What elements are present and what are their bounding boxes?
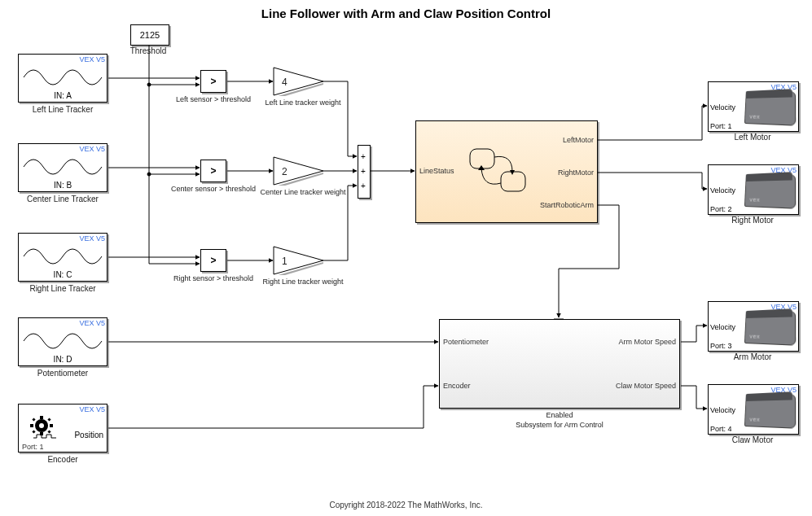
sensor-right-line-tracker[interactable]: VEX V5 IN: C xyxy=(18,233,108,282)
sensor-port-label: IN: A xyxy=(19,91,107,100)
motor-port-label: Port: 2 xyxy=(710,205,732,213)
svg-rect-9 xyxy=(47,418,50,421)
motor-velocity-label: Velocity xyxy=(710,323,735,331)
sensor-port-label: IN: D xyxy=(19,355,107,364)
motor-icon xyxy=(744,174,796,209)
sum-sign: + xyxy=(361,152,366,161)
subsys-out-arm: Arm Motor Speed xyxy=(618,338,676,346)
arm-subsys-label1: Enabled xyxy=(439,411,680,419)
svg-rect-10 xyxy=(32,430,35,433)
compare-left-label: Left sensor > threshold xyxy=(163,95,264,103)
svg-rect-7 xyxy=(50,424,53,427)
copyright-text: Copyright 2018-2022 The MathWorks, Inc. xyxy=(0,501,812,509)
compare-right[interactable]: > xyxy=(200,249,226,272)
svg-text:+: + xyxy=(39,422,43,430)
compare-op: > xyxy=(201,71,226,92)
vex-tag: VEX V5 xyxy=(79,55,105,63)
motor-icon xyxy=(744,91,796,126)
sensor-center-label: Center Line Tracker xyxy=(18,195,108,203)
constant-threshold-value: 2125 xyxy=(140,30,160,40)
compare-op: > xyxy=(201,160,226,181)
gain-center-label: Center Line tracker weight xyxy=(249,188,357,196)
sf-out-rightmotor: RightMotor xyxy=(558,168,594,177)
vex-tag: VEX V5 xyxy=(79,234,105,243)
compare-left[interactable]: > xyxy=(200,70,226,93)
right-motor-label: Right Motor xyxy=(708,216,797,225)
svg-rect-4 xyxy=(40,416,43,419)
motor-icon xyxy=(744,311,796,346)
right-motor-block[interactable]: VEX V5 Velocity Port: 2 xyxy=(708,164,799,215)
arm-subsystem[interactable]: Potentiometer Encoder Arm Motor Speed Cl… xyxy=(439,319,680,409)
motor-velocity-label: Velocity xyxy=(710,406,735,414)
sensor-left-line-tracker[interactable]: VEX V5 IN: A xyxy=(18,54,108,103)
subsys-out-claw: Claw Motor Speed xyxy=(616,382,676,390)
sf-out-leftmotor: LeftMotor xyxy=(563,136,594,144)
gain-right-label: Right Line tracker weight xyxy=(252,278,353,286)
encoder-label: Encoder xyxy=(18,455,108,464)
sensor-port-label: IN: B xyxy=(19,181,107,190)
stateflow-chart[interactable]: LineStatus LeftMotor RightMotor StartRob… xyxy=(415,120,598,223)
claw-motor-block[interactable]: VEX V5 Velocity Port: 4 xyxy=(708,384,799,435)
gain-left-label: Left Line tracker weight xyxy=(254,98,352,107)
encoder-port-label: Port: 1 xyxy=(22,443,44,451)
sensor-encoder[interactable]: VEX V5 + Position Port: 1 xyxy=(18,404,108,453)
subsys-in-enc: Encoder xyxy=(443,382,471,390)
gain-center-value: 2 xyxy=(282,166,287,177)
gain-left[interactable] xyxy=(273,67,325,96)
sensor-center-line-tracker[interactable]: VEX V5 IN: B xyxy=(18,143,108,192)
stateflow-icon xyxy=(467,146,530,196)
motor-port-label: Port: 3 xyxy=(710,342,732,350)
sensor-pot-label: Potentiometer xyxy=(18,369,108,378)
svg-rect-11 xyxy=(47,430,50,433)
sensor-port-label: IN: C xyxy=(19,270,107,279)
svg-marker-22 xyxy=(478,165,485,170)
vex-tag: VEX V5 xyxy=(79,145,105,153)
gain-right[interactable] xyxy=(273,246,325,275)
compare-op: > xyxy=(201,250,226,271)
constant-threshold[interactable]: 2125 xyxy=(130,24,169,46)
sum-block[interactable]: + + + xyxy=(358,145,371,199)
svg-rect-8 xyxy=(32,418,35,421)
svg-rect-6 xyxy=(30,424,33,427)
gain-right-value: 1 xyxy=(282,256,287,267)
sensor-potentiometer[interactable]: VEX V5 IN: D xyxy=(18,317,108,366)
gain-center[interactable] xyxy=(273,156,325,186)
arm-subsys-label2: Subsystem for Arm Control xyxy=(439,421,680,429)
left-motor-block[interactable]: VEX V5 Velocity Port: 1 xyxy=(708,81,799,132)
encoder-position-label: Position xyxy=(74,431,103,439)
motor-port-label: Port: 1 xyxy=(710,122,732,130)
wires-layer xyxy=(0,0,812,516)
compare-right-label: Right sensor > threshold xyxy=(161,274,266,282)
gain-left-value: 4 xyxy=(282,77,287,88)
claw-motor-label: Claw Motor xyxy=(708,435,797,444)
sum-sign: + xyxy=(361,167,366,176)
svg-rect-19 xyxy=(470,149,494,168)
sf-in-linestatus: LineStatus xyxy=(419,167,454,175)
arm-motor-block[interactable]: VEX V5 Velocity Port: 3 xyxy=(708,301,799,352)
sf-out-startarm: StartRoboticArm xyxy=(540,201,594,209)
compare-center[interactable]: > xyxy=(200,160,226,182)
gear-icon: + xyxy=(30,416,58,440)
motor-port-label: Port: 4 xyxy=(710,425,732,433)
sensor-right-label: Right Line Tracker xyxy=(18,284,108,293)
subsys-in-pot: Potentiometer xyxy=(443,338,489,346)
sensor-left-label: Left Line Tracker xyxy=(18,105,108,114)
svg-rect-20 xyxy=(501,172,525,191)
motor-icon xyxy=(744,394,796,429)
arm-motor-label: Arm Motor xyxy=(708,352,797,361)
svg-marker-21 xyxy=(510,170,515,175)
motor-velocity-label: Velocity xyxy=(710,103,735,112)
constant-threshold-label: Threshold xyxy=(116,46,181,55)
left-motor-label: Left Motor xyxy=(708,133,797,142)
motor-velocity-label: Velocity xyxy=(710,186,735,195)
sum-sign: + xyxy=(361,181,366,190)
vex-tag: VEX V5 xyxy=(79,319,105,327)
vex-tag: VEX V5 xyxy=(79,405,105,413)
